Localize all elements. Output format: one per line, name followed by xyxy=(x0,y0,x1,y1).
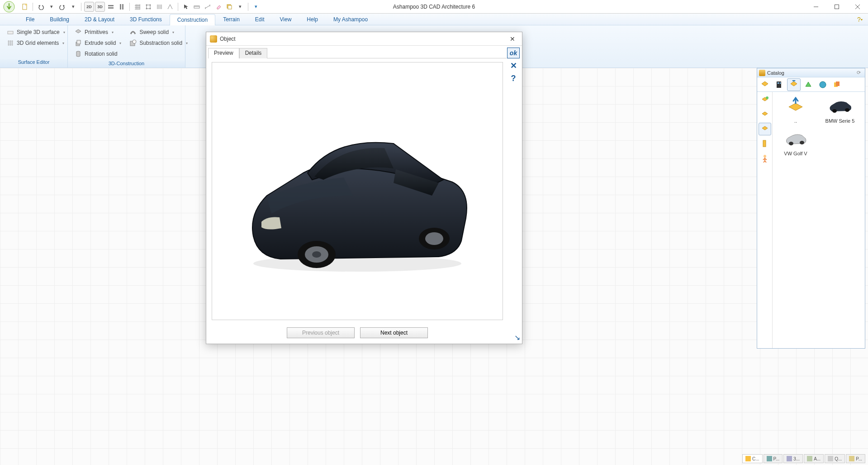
car-silver-icon xyxy=(780,127,811,150)
dialog-cancel-button[interactable]: ✕ xyxy=(507,60,520,71)
ribbon-group-3d-construction: Primitives▾ Extrude solid▾ Rotation soli… xyxy=(68,25,185,67)
3d-grid-elements-button[interactable]: 3D Grid elements▾ xyxy=(4,38,68,48)
ruler-icon[interactable] xyxy=(154,2,164,12)
primitives-button[interactable]: Primitives▾ xyxy=(71,27,124,37)
svg-point-36 xyxy=(832,109,837,113)
help-icon[interactable]: ?▾ xyxy=(855,15,864,24)
resize-grip-icon[interactable]: ↘ xyxy=(514,333,520,342)
menu-building[interactable]: Building xyxy=(42,14,77,25)
catalog-item-up[interactable]: .. xyxy=(775,95,816,124)
menu-view[interactable]: View xyxy=(272,14,299,25)
menu-edit[interactable]: Edit xyxy=(247,14,272,25)
layout-h-icon[interactable] xyxy=(106,2,116,12)
new-icon[interactable] xyxy=(20,2,30,12)
eraser-icon[interactable] xyxy=(213,2,223,12)
catalog-cat-1[interactable] xyxy=(759,94,771,106)
dialog-title: Object xyxy=(220,36,236,42)
rotation-icon xyxy=(75,50,82,58)
maximize-button[interactable] xyxy=(826,0,847,14)
catalog-cat-5[interactable] xyxy=(759,152,771,164)
axis-icon[interactable] xyxy=(165,2,175,12)
select-icon[interactable] xyxy=(181,2,191,12)
extrude-solid-button[interactable]: Extrude solid▾ xyxy=(71,38,124,48)
qat-dropdown-icon[interactable]: ▾ xyxy=(235,2,245,12)
extrude-icon xyxy=(75,39,82,47)
grid-icon[interactable] xyxy=(133,2,142,12)
titlebar: ▾ ▾ 2D 3D ▾ ▾ Ashampoo 3D CAD Architectu… xyxy=(0,0,868,14)
menu-terrain[interactable]: Terrain xyxy=(215,14,247,25)
qat-customize-icon[interactable]: ▾ xyxy=(251,2,261,12)
status-tab-3[interactable]: 3... xyxy=(783,454,803,463)
undo-dropdown-icon[interactable]: ▾ xyxy=(47,2,57,12)
close-button[interactable] xyxy=(847,0,868,14)
tab-preview[interactable]: Preview xyxy=(208,48,239,58)
layers-icon[interactable] xyxy=(224,2,234,12)
dialog-tabs: Preview Details xyxy=(208,48,507,58)
dialog-close-button[interactable]: ✕ xyxy=(507,33,518,45)
status-tab-6[interactable]: P... xyxy=(846,454,865,463)
svg-point-38 xyxy=(789,142,793,145)
dialog-help-button[interactable]: ? xyxy=(507,73,520,84)
redo-dropdown-icon[interactable]: ▾ xyxy=(68,2,78,12)
measure-icon[interactable] xyxy=(192,2,202,12)
catalog-icon xyxy=(759,70,765,76)
catalog-item-bmw[interactable]: BMW Serie 5 xyxy=(820,95,860,124)
doc-icon xyxy=(807,456,812,461)
catalog-tab-1[interactable] xyxy=(758,78,772,91)
catalog-cat-2[interactable] xyxy=(759,108,771,121)
dialog-titlebar[interactable]: Object ✕ xyxy=(206,32,522,46)
catalog-sidebar xyxy=(757,92,773,348)
view-2d-button[interactable]: 2D xyxy=(84,2,94,12)
svg-rect-34 xyxy=(763,140,766,147)
layout-v-icon[interactable] xyxy=(117,2,127,12)
catalog-cat-4[interactable] xyxy=(759,137,771,150)
catalog-title: Catalog xyxy=(767,70,784,76)
catalog-item-golf[interactable]: VW Golf V xyxy=(775,127,816,156)
menu-2d-layout[interactable]: 2D & Layout xyxy=(77,14,122,25)
refresh-icon[interactable]: ⟳ xyxy=(857,70,863,76)
menubar: File Building 2D & Layout 3D Functions C… xyxy=(0,14,868,25)
svg-point-33 xyxy=(766,96,768,99)
catalog-tab-3[interactable] xyxy=(787,78,801,91)
undo-icon[interactable] xyxy=(36,2,46,12)
menu-my-ashampoo[interactable]: My Ashampoo xyxy=(326,14,375,25)
dimension-icon[interactable] xyxy=(203,2,213,12)
catalog-tab-5[interactable] xyxy=(816,78,830,91)
snap-icon[interactable] xyxy=(143,2,153,12)
object-preview[interactable] xyxy=(212,62,503,320)
catalog-cat-3[interactable] xyxy=(759,123,771,135)
status-tab-2[interactable]: P... xyxy=(764,454,783,463)
menu-help[interactable]: Help xyxy=(299,14,326,25)
catalog-panel: Catalog ⟳ .. xyxy=(757,68,865,349)
rotation-solid-button[interactable]: Rotation solid xyxy=(71,49,124,59)
menu-construction[interactable]: Construction xyxy=(170,14,215,25)
menu-3d-functions[interactable]: 3D Functions xyxy=(122,14,170,25)
svg-point-39 xyxy=(800,141,804,144)
canvas-area[interactable]: Object ✕ Preview Details xyxy=(0,68,868,465)
sweep-solid-button[interactable]: Sweep solid▾ xyxy=(126,27,191,37)
catalog-tab-6[interactable] xyxy=(830,78,844,91)
next-object-button[interactable]: Next object xyxy=(360,327,428,338)
app-title: Ashampoo 3D CAD Architecture 6 xyxy=(393,4,475,10)
catalog-tab-2[interactable] xyxy=(773,78,786,91)
menu-file[interactable]: File xyxy=(18,14,42,25)
previous-object-button[interactable]: Previous object xyxy=(287,327,355,338)
catalog-tab-4[interactable] xyxy=(802,78,815,91)
single-3d-surface-button[interactable]: Single 3D surface▾ xyxy=(4,27,68,37)
svg-rect-6 xyxy=(122,4,123,10)
app-menu-button[interactable] xyxy=(0,0,18,14)
folder-icon xyxy=(745,456,751,461)
catalog-header[interactable]: Catalog ⟳ xyxy=(757,68,865,77)
status-tab-1[interactable]: C... xyxy=(742,454,763,463)
redo-icon[interactable] xyxy=(57,2,67,12)
status-tab-5[interactable]: Q... xyxy=(825,454,845,463)
svg-point-20 xyxy=(133,40,136,43)
tab-details[interactable]: Details xyxy=(239,48,268,58)
view-3d-button[interactable]: 3D xyxy=(95,2,105,12)
svg-rect-18 xyxy=(77,40,81,44)
dialog-ok-button[interactable]: ok xyxy=(507,48,520,58)
minimize-button[interactable] xyxy=(806,0,826,14)
substraction-solid-button[interactable]: Substraction solid▾ xyxy=(126,38,191,48)
gear-icon xyxy=(849,456,854,461)
status-tab-4[interactable]: A... xyxy=(804,454,824,463)
